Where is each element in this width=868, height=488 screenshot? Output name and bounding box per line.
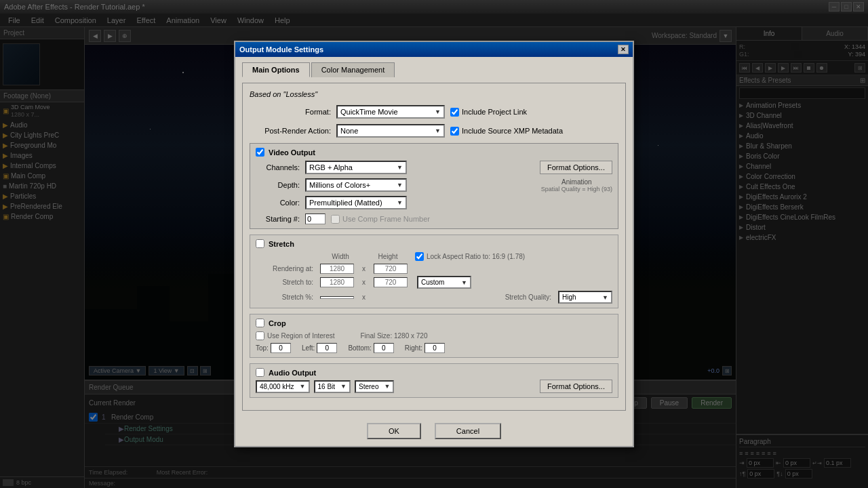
post-render-label: Post-Render Action:	[250, 127, 331, 135]
stretch-preset-select[interactable]: Custom ▼	[417, 276, 471, 289]
video-output-title-row: Video Output	[256, 148, 612, 157]
audio-channels-select[interactable]: Stereo ▼	[355, 380, 394, 393]
based-on-label: Based on "Lossless"	[250, 90, 618, 98]
dialog-tab-content: Based on "Lossless" Format: QuickTime Mo…	[242, 83, 626, 411]
use-comp-frame-label: Use Comp Frame Number	[331, 215, 430, 224]
dropdown-arrow-icon: ▼	[461, 279, 467, 286]
use-roi-label: Use Region of Interest	[256, 331, 335, 340]
use-comp-frame-checkbox[interactable]	[331, 215, 340, 224]
channels-value: RGB + Alpha	[309, 163, 353, 171]
x-separator: x	[362, 293, 366, 301]
dropdown-arrow-icon: ▼	[397, 199, 403, 206]
format-select[interactable]: QuickTime Movie ▼	[336, 105, 445, 119]
dialog-footer: OK Cancel	[235, 416, 633, 446]
dropdown-arrow-icon: ▼	[384, 383, 390, 390]
include-project-link-text: Include Project Link	[462, 108, 527, 116]
dropdown-arrow-icon: ▼	[435, 108, 441, 115]
stretch-pct-row: Stretch %: x Stretch Quality: High ▼	[256, 291, 612, 304]
format-options-col: Format Options... Animation Spatial Qual…	[528, 161, 612, 192]
stretch-preset-value: Custom	[421, 279, 444, 286]
dialog-tabs: Main Options Color Management	[242, 62, 626, 77]
bit-depth-value: 16 Bit	[318, 383, 336, 390]
depth-label: Depth:	[256, 181, 300, 189]
depth-value: Millions of Colors+	[309, 181, 370, 189]
post-render-select[interactable]: None ▼	[336, 124, 445, 138]
height-header: Height	[368, 253, 408, 260]
final-size-label: Final Size: 868 x 488	[361, 332, 428, 340]
output-module-settings-dialog: Output Module Settings ✕ Main Options Co…	[234, 41, 634, 447]
include-project-link-checkbox-label: Include Project Link	[450, 108, 527, 117]
starting-hash-row: Starting #: Use Comp Frame Number	[256, 214, 521, 224]
channels-select[interactable]: RGB + Alpha ▼	[305, 161, 407, 174]
crop-title-row: Crop	[256, 319, 612, 327]
audio-output-section: Audio Output 48,000 kHz ▼ 16 Bit ▼ Stere…	[250, 363, 618, 398]
stretch-headers: Width Height Lock Aspect Ratio to: 16:9 …	[256, 252, 612, 261]
crop-top-input[interactable]	[271, 343, 291, 353]
cancel-button[interactable]: Cancel	[435, 423, 501, 439]
crop-right-group: Right:	[405, 343, 445, 353]
use-roi-checkbox[interactable]	[256, 331, 264, 340]
stretch-checkbox[interactable]	[256, 239, 264, 248]
stretch-to-row: Stretch to: 868 x 488 Custom ▼	[256, 276, 612, 289]
starting-hash-label: Starting #:	[256, 215, 300, 223]
audio-format-options-button[interactable]: Format Options...	[540, 380, 612, 393]
animation-info: Animation Spatial Quality = High (93)	[541, 178, 612, 192]
sample-rate-select[interactable]: 48,000 kHz ▼	[256, 380, 310, 393]
width-header: Width	[320, 253, 361, 260]
starting-hash-input[interactable]	[305, 214, 326, 224]
video-output-label: Video Output	[269, 148, 315, 157]
right-label: Right:	[405, 344, 422, 352]
include-project-link-checkbox[interactable]	[450, 108, 459, 117]
depth-select[interactable]: Millions of Colors+ ▼	[305, 178, 407, 192]
lock-aspect-label: Lock Aspect Ratio to: 16:9 (1.78)	[415, 252, 525, 261]
stretch-to-label: Stretch to:	[256, 279, 313, 286]
dialog-body: Main Options Color Management Based on "…	[235, 57, 633, 416]
audio-title-row: Audio Output	[256, 368, 612, 377]
stretch-quality-select[interactable]: High ▼	[558, 291, 612, 304]
lock-aspect-checkbox[interactable]	[415, 252, 424, 261]
audio-output-checkbox[interactable]	[256, 368, 264, 377]
audio-channels-value: Stereo	[359, 383, 378, 390]
sample-rate-value: 48,000 kHz	[260, 383, 294, 390]
color-value: Premultiplied (Matted)	[309, 199, 382, 207]
color-select[interactable]: Premultiplied (Matted) ▼	[305, 196, 407, 209]
tab-main-options[interactable]: Main Options	[242, 62, 310, 77]
bit-depth-select[interactable]: 16 Bit ▼	[314, 380, 351, 393]
dropdown-arrow-icon: ▼	[435, 127, 441, 134]
left-label: Left:	[302, 344, 315, 352]
stretch-title-row: Stretch	[256, 239, 612, 248]
post-render-row: Post-Render Action: None ▼ Include Sourc…	[250, 124, 618, 138]
dropdown-arrow-icon: ▼	[300, 383, 306, 390]
crop-left-group: Left:	[302, 343, 337, 353]
crop-bottom-input[interactable]	[374, 343, 394, 353]
channels-row: Channels: RGB + Alpha ▼	[256, 161, 521, 174]
crop-roi-row: Use Region of Interest Final Size: 1280 …	[256, 331, 612, 340]
audio-output-label: Audio Output	[269, 369, 316, 377]
stretch-quality-value: High	[562, 293, 576, 301]
format-options-button[interactable]: Format Options...	[540, 161, 612, 174]
crop-values-row: Top: Left: Bottom: Right:	[256, 343, 612, 353]
stretch-pct-label: Stretch %:	[256, 293, 313, 301]
use-roi-text: Use Region of Interest	[267, 332, 335, 340]
video-output-section: Video Output Channels: RGB + Alpha ▼	[250, 143, 618, 229]
depth-row: Depth: Millions of Colors+ ▼	[256, 178, 521, 192]
crop-section: Crop Use Region of Interest Final Size: …	[250, 314, 618, 358]
crop-checkbox[interactable]	[256, 319, 264, 327]
ok-button[interactable]: OK	[367, 423, 421, 439]
animation-label: Animation	[541, 178, 612, 186]
crop-bottom-group: Bottom:	[348, 343, 393, 353]
video-output-checkbox[interactable]	[256, 148, 264, 157]
crop-right-input[interactable]	[425, 343, 445, 353]
x-separator: x	[362, 265, 366, 272]
channels-label: Channels:	[256, 163, 300, 171]
dialog-close-button[interactable]: ✕	[618, 45, 629, 54]
format-row: Format: QuickTime Movie ▼ Include Projec…	[250, 105, 618, 119]
stretch-to-height: 720	[374, 277, 408, 287]
include-xmp-checkbox-label: Include Source XMP Metadata	[450, 127, 563, 136]
crop-left-input[interactable]	[317, 343, 337, 353]
include-xmp-checkbox[interactable]	[450, 127, 459, 136]
dropdown-arrow-icon: ▼	[340, 383, 347, 390]
color-row: Color: Premultiplied (Matted) ▼	[256, 196, 521, 209]
tab-color-management[interactable]: Color Management	[311, 62, 395, 77]
rendering-at-label: Rendering at:	[256, 265, 313, 272]
